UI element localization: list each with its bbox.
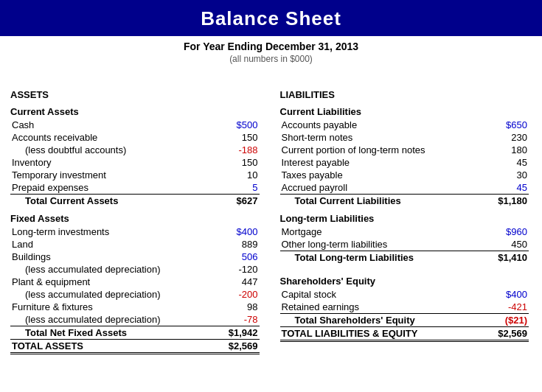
total-longterm-amount: $1,410 (454, 251, 529, 265)
list-item: Inventory150 (10, 156, 260, 169)
current-assets-table: Cash$500Accounts receivable150(less doub… (10, 119, 260, 207)
list-item: Accounts receivable150 (10, 131, 260, 144)
list-item: Prepaid expenses5 (10, 181, 260, 195)
current-liabilities-table: Accounts payable$650Short-term notes230C… (280, 119, 529, 207)
asset-label: Accounts receivable (10, 131, 184, 144)
list-item: (less doubtful accounts)-188 (10, 144, 260, 156)
liability-amount: 45 (454, 181, 529, 195)
fixed-asset-amount: $400 (184, 225, 259, 238)
list-item: Long-term investments$400 (10, 225, 260, 238)
fixed-asset-label: (less accumulated depreciation) (10, 263, 184, 276)
asset-label: Prepaid expenses (10, 181, 184, 195)
list-item: Cash$500 (10, 119, 260, 131)
total-fixed-assets-row: Total Net Fixed Assets $1,942 (10, 326, 260, 340)
total-assets-row: TOTAL ASSETS $2,569 (10, 340, 260, 354)
liability-label: Accrued payroll (280, 181, 454, 195)
asset-amount: 10 (184, 169, 259, 181)
fixed-asset-label: (less accumulated depreciation) (10, 313, 184, 326)
list-item: Plant & equipment447 (10, 276, 260, 288)
equity-amount: -421 (454, 301, 529, 314)
liability-amount: 180 (454, 144, 529, 156)
list-item: Land889 (10, 238, 260, 251)
list-item: Accrued payroll45 (280, 181, 529, 195)
equity-label: Retained earnings (280, 301, 454, 314)
list-item: (less accumulated depreciation)-120 (10, 263, 260, 276)
equity-header: Shareholders' Equity (280, 276, 529, 287)
fixed-asset-amount: -78 (184, 313, 259, 326)
equity-label: Capital stock (280, 288, 454, 301)
total-current-liabilities-amount: $1,180 (454, 195, 529, 208)
liability-label: Short-term notes (280, 131, 454, 144)
total-equity-amount: ($21) (454, 314, 529, 327)
asset-label: Cash (10, 119, 184, 131)
liability-label: Interest payable (280, 156, 454, 169)
total-fixed-assets-label: Total Net Fixed Assets (10, 326, 184, 340)
assets-section-header: ASSETS (10, 89, 260, 100)
longterm-label: Other long-term liabilities (280, 238, 454, 251)
total-equity-label: Total Shareholders' Equity (280, 314, 454, 327)
total-assets-label: TOTAL ASSETS (10, 340, 184, 354)
asset-amount: 150 (184, 131, 259, 144)
total-current-liabilities-label: Total Current Liabilities (280, 195, 454, 208)
long-term-table: Mortgage$960Other long-term liabilities4… (280, 225, 529, 264)
liability-amount: $650 (454, 119, 529, 131)
total-assets-amount: $2,569 (184, 340, 259, 354)
longterm-amount: 450 (454, 238, 529, 251)
list-item: Furniture & fixtures98 (10, 301, 260, 313)
list-item: (less accumulated depreciation)-78 (10, 313, 260, 326)
liability-label: Current portion of long-term notes (280, 144, 454, 156)
asset-label: Temporary investment (10, 169, 184, 181)
asset-amount: -188 (184, 144, 259, 156)
total-liabilities-row: TOTAL LIABILITIES & EQUITY $2,569 (280, 327, 529, 341)
liability-amount: 30 (454, 169, 529, 181)
liabilities-column: LIABILITIES Current Liabilities Accounts… (265, 71, 535, 354)
page-title: Balance Sheet (0, 7, 542, 30)
fixed-asset-label: Furniture & fixtures (10, 301, 184, 313)
subtitle2: (all numbers in $000) (0, 54, 542, 64)
liability-amount: 45 (454, 156, 529, 169)
fixed-asset-amount: 506 (184, 251, 259, 263)
fixed-assets-header: Fixed Assets (10, 213, 260, 224)
assets-column: ASSETS Current Assets Cash$500Accounts r… (7, 71, 265, 354)
fixed-asset-label: Buildings (10, 251, 184, 263)
asset-label: Inventory (10, 156, 184, 169)
fixed-asset-amount: -200 (184, 288, 259, 301)
list-item: Retained earnings-421 (280, 301, 529, 314)
list-item: Capital stock$400 (280, 288, 529, 301)
total-liabilities-label: TOTAL LIABILITIES & EQUITY (280, 327, 454, 341)
fixed-assets-table: Long-term investments$400Land889Building… (10, 225, 260, 339)
liability-label: Accounts payable (280, 119, 454, 131)
longterm-amount: $960 (454, 225, 529, 238)
fixed-asset-amount: -120 (184, 263, 259, 276)
total-liabilities-amount: $2,569 (454, 327, 529, 341)
liabilities-section-header: LIABILITIES (280, 89, 529, 100)
current-assets-header: Current Assets (10, 106, 260, 117)
list-item: Taxes payable30 (280, 169, 529, 181)
fixed-asset-amount: 889 (184, 238, 259, 251)
total-current-assets-row: Total Current Assets $627 (10, 195, 260, 208)
list-item: Other long-term liabilities450 (280, 238, 529, 251)
subtitle: For Year Ending December 31, 2013 (0, 41, 542, 52)
list-item: Accounts payable$650 (280, 119, 529, 131)
liability-label: Taxes payable (280, 169, 454, 181)
total-assets-table: TOTAL ASSETS $2,569 (10, 339, 260, 354)
total-liabilities-table: TOTAL LIABILITIES & EQUITY $2,569 (280, 326, 529, 342)
total-longterm-row: Total Long-term Liabilities $1,410 (280, 251, 529, 265)
asset-amount: 5 (184, 181, 259, 195)
current-liabilities-header: Current Liabilities (280, 106, 529, 117)
fixed-asset-label: Long-term investments (10, 225, 184, 238)
total-fixed-assets-amount: $1,942 (184, 326, 259, 340)
list-item: Buildings506 (10, 251, 260, 263)
total-current-assets-label: Total Current Assets (10, 195, 184, 208)
total-current-liabilities-row: Total Current Liabilities $1,180 (280, 195, 529, 208)
fixed-asset-label: Plant & equipment (10, 276, 184, 288)
total-equity-row: Total Shareholders' Equity ($21) (280, 314, 529, 327)
header-bar: Balance Sheet (0, 0, 542, 36)
equity-table: Capital stock$400Retained earnings-421 T… (280, 288, 529, 326)
asset-amount: $500 (184, 119, 259, 131)
long-term-header: Long-term Liabilities (280, 213, 529, 224)
list-item: Temporary investment10 (10, 169, 260, 181)
asset-amount: 150 (184, 156, 259, 169)
total-longterm-label: Total Long-term Liabilities (280, 251, 454, 265)
list-item: Current portion of long-term notes180 (280, 144, 529, 156)
